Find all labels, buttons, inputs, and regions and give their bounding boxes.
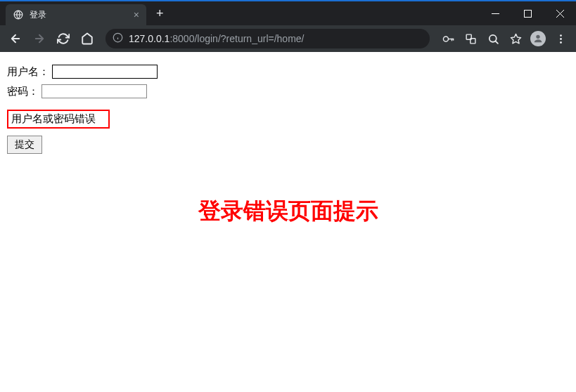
star-icon[interactable] (506, 29, 525, 48)
translate-icon[interactable] (461, 29, 480, 48)
svg-rect-8 (451, 38, 452, 41)
username-row: 用户名： (7, 65, 569, 79)
avatar-icon (530, 31, 546, 46)
browser-toolbar: 127.0.0.1:8000/login/?return_url=/home/ (0, 25, 576, 52)
svg-rect-7 (447, 38, 453, 39)
close-window-button[interactable] (544, 3, 576, 24)
new-tab-button[interactable]: + (146, 6, 174, 21)
close-tab-icon[interactable]: × (134, 9, 139, 20)
profile-avatar[interactable] (528, 29, 548, 48)
svg-rect-2 (524, 10, 531, 17)
url-port: :8000 (169, 33, 194, 44)
menu-icon[interactable] (551, 29, 570, 48)
username-label: 用户名： (7, 65, 49, 77)
toolbar-right-icons (438, 29, 570, 48)
titlebar: 登录 × + (0, 1, 576, 25)
page-content: 用户名： 密码： 用户名或密码错误 提交 登录错误页面提示 (0, 52, 576, 392)
error-message-text: 用户名或密码错误 (11, 112, 96, 124)
reload-button[interactable] (53, 29, 73, 48)
globe-icon (13, 9, 24, 20)
minimize-button[interactable] (479, 3, 511, 24)
password-row: 密码： (7, 84, 569, 98)
password-label: 密码： (7, 85, 39, 97)
url-path: /login/?return_url=/home/ (194, 33, 304, 44)
tab-title: 登录 (30, 9, 128, 21)
url-host: 127.0.0.1 (129, 33, 169, 44)
browser-window: 登录 × + (0, 0, 576, 392)
svg-rect-1 (492, 13, 499, 14)
svg-point-15 (560, 34, 562, 37)
svg-point-16 (560, 38, 562, 40)
svg-point-6 (443, 36, 448, 41)
search-icon[interactable] (483, 29, 503, 48)
back-button[interactable] (6, 29, 25, 48)
maximize-button[interactable] (511, 3, 544, 24)
username-input[interactable] (52, 65, 158, 79)
home-button[interactable] (77, 29, 97, 48)
submit-button[interactable]: 提交 (7, 136, 42, 154)
password-input[interactable] (41, 84, 147, 98)
address-bar[interactable]: 127.0.0.1:8000/login/?return_url=/home/ (105, 29, 430, 48)
forward-button[interactable] (30, 29, 49, 48)
svg-point-17 (560, 41, 562, 44)
window-controls (479, 3, 576, 24)
svg-marker-13 (511, 34, 520, 43)
browser-tab[interactable]: 登录 × (6, 4, 146, 25)
info-icon[interactable] (113, 32, 123, 45)
svg-point-14 (536, 35, 539, 39)
submit-row: 提交 (7, 136, 569, 154)
svg-rect-9 (452, 38, 453, 40)
key-icon[interactable] (438, 29, 458, 48)
annotation-text: 登录错误页面提示 (7, 196, 569, 227)
error-message-box: 用户名或密码错误 (7, 110, 110, 129)
url-text: 127.0.0.1:8000/login/?return_url=/home/ (129, 33, 304, 44)
